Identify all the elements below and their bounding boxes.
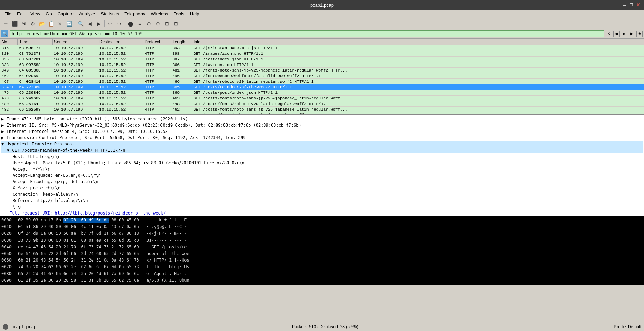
table-row[interactable]: 46264.02069210.10.67.19910.10.15.52HTTP4… [0, 73, 644, 79]
detail-http-conn: Connection: keep-alive\r\n [1, 191, 643, 197]
table-row[interactable]: 47566.23984610.10.67.19910.10.15.52HTTP3… [0, 90, 644, 96]
toolbar-menu-btn[interactable]: ☰ [1, 20, 10, 28]
hex-row: 00606b 2f 20 48 54 54 50 2f 31 2e 31 0d … [1, 257, 643, 264]
toolbar-open-btn[interactable]: 📂 [38, 20, 46, 28]
hex-pane: 000002 89 03 cb f7 6b 02 23 60 d9 6c db … [0, 216, 644, 285]
table-row[interactable]: 48466.27929710.10.67.19910.10.15.52HTTP4… [0, 112, 644, 115]
close-button[interactable]: ✕ [636, 2, 641, 8]
toolbar-zoom-in-btn[interactable]: ⊕ [145, 20, 153, 28]
toolbar-stop-btn[interactable]: ⬛ [10, 20, 19, 28]
hex-ascii: t: tbfc. blog··Us [146, 264, 189, 270]
filter-apply-btn[interactable]: ▶ [629, 31, 635, 37]
hex-offset: 0050 [1, 250, 15, 257]
hex-row: 000002 89 03 cb f7 6b 02 23 60 d9 6c db … [1, 217, 643, 224]
status-capture-dot[interactable] [3, 324, 8, 330]
toolbar-normal-size-btn[interactable]: ⊟ [163, 20, 171, 28]
hex-bytes: 74 3a 20 74 62 66 63 2e 62 6c 6f 67 0d 0… [18, 264, 144, 270]
col-protocol: Protocol [143, 39, 171, 45]
minimize-button[interactable]: — [622, 2, 627, 8]
menu-help[interactable]: Help [187, 10, 202, 17]
hex-offset: 0090 [1, 277, 15, 284]
hex-row: 009061 2f 35 2e 30 20 28 58 31 31 3b 20 … [1, 277, 643, 284]
table-row[interactable]: → 47164.22236010.10.67.19910.10.15.52HTT… [0, 84, 644, 90]
col-no: No. [0, 39, 18, 45]
col-source: Source [53, 39, 98, 45]
table-row[interactable]: 48266.26259810.10.67.19910.10.15.52HTTP4… [0, 107, 644, 112]
toolbar-save-btn[interactable]: 🖫 [20, 20, 28, 28]
col-destination: Destination [98, 39, 143, 45]
hex-row: 008065 72 2d 41 67 65 6e 74 3a 20 4d 6f … [1, 271, 643, 277]
toolbar-next-btn[interactable]: ▶ [94, 20, 103, 28]
menu-statistics[interactable]: Statistics [98, 10, 122, 17]
toolbar-capture-opts-btn[interactable]: ⊙ [29, 20, 37, 28]
detail-http-toggle[interactable]: ▼ [1, 142, 6, 146]
toolbar-sep-2 [104, 20, 105, 27]
table-row[interactable]: 33863.99758810.10.67.19910.10.15.52HTTP3… [0, 62, 644, 68]
menu-go[interactable]: Go [43, 10, 54, 17]
menu-capture[interactable]: Capture [55, 10, 76, 17]
table-row[interactable]: 31663.69817710.10.67.19910.10.15.52HTTP3… [0, 45, 644, 51]
hex-row: 00506e 64 65 65 72 2d 6f 66 2d 74 68 65 … [1, 250, 643, 257]
menu-analyze[interactable]: Analyze [76, 10, 98, 17]
menu-view[interactable]: View [28, 10, 43, 17]
hex-bytes: ee c4 47 45 54 20 2f 70 6f 73 74 73 2f 7… [18, 244, 144, 250]
filter-fwd-btn[interactable]: ▶ [621, 31, 627, 37]
toolbar-zoom-out-btn[interactable]: ⊖ [154, 20, 162, 28]
toolbar: ☰ ⬛ 🖫 ⊙ 📂 📋 ✕ 🔄 🔍 ◀ ▶ ↩ ↪ ⬤ ≡ ⊕ ⊖ ⊟ ⊞ [0, 18, 644, 29]
table-row[interactable]: 47866.24966910.10.67.19910.10.15.52HTTP4… [0, 96, 644, 101]
toolbar-colorize-btn[interactable]: ⬤ [127, 20, 135, 28]
toolbar-autoscroll-btn[interactable]: ≡ [136, 20, 144, 28]
hex-ascii: ·····k·# `.l···E. [146, 217, 189, 224]
detail-http-uri: [Full request URI: http://tbfc.blog/post… [1, 210, 643, 216]
hex-bytes: 61 2f 35 2e 30 20 28 58 31 31 3b 20 55 6… [18, 277, 144, 284]
toolbar-sep-3 [125, 20, 125, 27]
restore-button[interactable]: ❐ [629, 2, 634, 8]
toolbar-reload-btn[interactable]: 🔄 [65, 20, 73, 28]
toolbar-find-btn[interactable]: 🔍 [76, 20, 85, 28]
hex-bytes: 65 72 2d 41 67 65 6e 74 3a 20 4d 6f 7a 6… [18, 271, 144, 277]
filter-bookmark-btn[interactable]: ★ [636, 31, 643, 37]
detail-section-eth: ▶ Ethernet II, Src: MS-NLB-PhysServer-32… [1, 122, 643, 128]
menu-telephony[interactable]: Telephony [122, 10, 148, 17]
detail-http-get-toggle[interactable]: ▼ [7, 148, 12, 153]
status-file: pcap1.pcap [11, 324, 36, 329]
status-profile: Profile: Default [614, 324, 641, 329]
toolbar-prev-btn[interactable]: ◀ [85, 20, 94, 28]
hex-ascii: er-Agent : Mozill [146, 271, 189, 277]
detail-http-ref: Referer: http://tbfc.blog/\r\n [1, 197, 643, 204]
hex-offset: 0000 [1, 217, 15, 224]
detail-http-rn: \r\n [1, 204, 643, 210]
status-bar: pcap1.pcap Packets: 510 · Displayed: 28 … [0, 322, 644, 331]
detail-tcp-toggle[interactable]: ▶ [1, 135, 6, 140]
detail-ip-toggle[interactable]: ▶ [1, 129, 6, 134]
hex-offset: 0040 [1, 244, 15, 250]
filter-input[interactable] [10, 30, 604, 37]
hex-bytes: 02 89 03 cb f7 6b 02 23 60 d9 6c db 08 0… [18, 217, 144, 224]
hex-ascii: a/5.0 (X 11; Ubun [146, 277, 189, 284]
hex-offset: 0070 [1, 264, 15, 270]
hex-ascii: ·_.y@.@. L···C··· [146, 224, 189, 230]
toolbar-recent-btn[interactable]: 📋 [47, 20, 55, 28]
table-row[interactable]: 34064.00536810.10.67.19910.10.15.52HTTP4… [0, 68, 644, 73]
toolbar-last-btn[interactable]: ↪ [115, 20, 123, 28]
filter-clear-btn[interactable]: ✕ [606, 31, 612, 37]
hex-offset: 0080 [1, 271, 15, 277]
menu-tools[interactable]: Tools [171, 10, 187, 17]
toolbar-close-btn[interactable]: ✕ [56, 20, 64, 28]
menu-edit[interactable]: Edit [14, 10, 28, 17]
detail-eth-toggle[interactable]: ▶ [1, 123, 6, 128]
col-time: Time [18, 39, 53, 45]
filter-back-btn[interactable]: ◀ [613, 31, 620, 37]
table-row[interactable]: 32063.70137310.10.67.19910.10.15.52HTTP3… [0, 51, 644, 57]
table-row[interactable]: 33563.98728110.10.67.19910.10.15.52HTTP3… [0, 57, 644, 62]
detail-section-frame: ▶ Frame 471: 365 bytes on wire (2920 bit… [1, 116, 643, 122]
detail-http-host: Host: tbfc.blog\r\n [1, 153, 643, 160]
detail-http-xmoz: X-Moz: prefetch\r\n [1, 185, 643, 191]
menu-wireless[interactable]: Wireless [148, 10, 171, 17]
detail-frame-toggle[interactable]: ▶ [1, 116, 6, 121]
toolbar-first-btn[interactable]: ↩ [106, 20, 114, 28]
menu-file[interactable]: File [1, 10, 14, 17]
table-row[interactable]: 48066.25164410.10.67.19910.10.15.52HTTP4… [0, 101, 644, 107]
table-row[interactable]: 46764.02841010.10.67.19910.10.15.52HTTP4… [0, 79, 644, 84]
toolbar-resize-cols-btn[interactable]: ⊞ [172, 20, 180, 28]
